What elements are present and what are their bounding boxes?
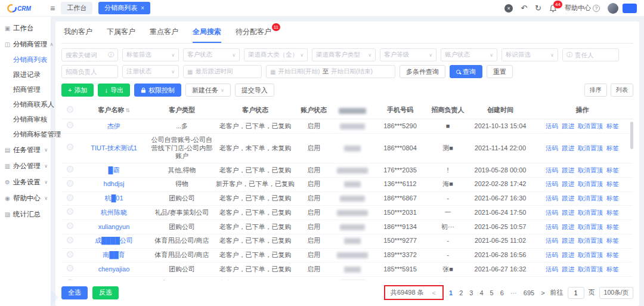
- customer-name-link[interactable]: 杭█01: [104, 194, 123, 202]
- sidebar-item-investment-mgmt[interactable]: 招商管理: [0, 82, 51, 97]
- sidebar-item-distributor-contacts[interactable]: 分销商联系人: [0, 97, 51, 112]
- op-live-code-link[interactable]: 活码: [546, 144, 558, 152]
- op-live-code-link[interactable]: 活码: [546, 209, 558, 216]
- op-follow-up-link[interactable]: 跟进: [562, 122, 574, 129]
- op-tag-link[interactable]: 标签: [606, 194, 619, 202]
- op-live-code-link[interactable]: 活码: [546, 180, 558, 187]
- row-checkbox[interactable]: [67, 180, 73, 187]
- select-all-button[interactable]: 全选: [61, 286, 88, 299]
- flag-filter-select[interactable]: 标识筛选 ∨: [501, 48, 558, 61]
- reset-button[interactable]: 重置: [487, 65, 513, 78]
- op-cancel-pin-link[interactable]: 取消置顶: [578, 223, 603, 230]
- pager-next[interactable]: >: [540, 289, 546, 296]
- op-follow-up-link[interactable]: 跟进: [562, 237, 574, 244]
- row-checkbox[interactable]: [67, 208, 73, 215]
- tab-my-customers[interactable]: 我的客户: [64, 27, 92, 43]
- select-all-checkbox[interactable]: [67, 106, 73, 113]
- op-cancel-pin-link[interactable]: 取消置顶: [578, 166, 603, 174]
- row-checkbox[interactable]: [67, 237, 73, 243]
- pager-page[interactable]: 6: [499, 289, 505, 296]
- tab-global-search[interactable]: 全局搜索: [193, 27, 221, 43]
- owner-field[interactable]: [575, 51, 615, 58]
- customer-status-select[interactable]: 客户状态 ∨: [183, 48, 240, 61]
- keyword-search-input[interactable]: ⓘ: [61, 48, 118, 61]
- query-button[interactable]: 查询: [450, 65, 482, 78]
- sidebar-item-distributor-tags[interactable]: 分销商标签管理: [0, 127, 51, 142]
- customer-name-link[interactable]: chenyajiao: [98, 265, 130, 273]
- pager-page[interactable]: 3: [468, 289, 474, 296]
- inverse-select-button[interactable]: 反选: [92, 286, 119, 299]
- sidebar-item-statistics[interactable]: ▨ 统计汇总: [0, 206, 51, 222]
- owner-input[interactable]: ⓘ: [562, 48, 619, 61]
- pager-prev[interactable]: <: [431, 289, 437, 296]
- op-follow-up-link[interactable]: 跟进: [562, 166, 574, 174]
- tab-unassigned-customers[interactable]: 待分配客户 11: [236, 27, 271, 43]
- op-follow-up-link[interactable]: 跟进: [562, 194, 574, 202]
- op-cancel-pin-link[interactable]: 取消置顶: [578, 194, 603, 202]
- op-cancel-pin-link[interactable]: 取消置顶: [578, 122, 603, 129]
- op-tag-link[interactable]: 标签: [606, 251, 619, 258]
- op-live-code-link[interactable]: 活码: [546, 265, 558, 273]
- op-tag-link[interactable]: 标签: [606, 144, 619, 152]
- permission-control-button[interactable]: 权限控制: [134, 84, 181, 97]
- op-tag-link[interactable]: 标签: [606, 223, 619, 230]
- op-live-code-link[interactable]: 活码: [546, 194, 558, 202]
- op-follow-up-link[interactable]: 跟进: [562, 144, 574, 152]
- tag-filter-select[interactable]: 标签筛选 ∨: [122, 48, 179, 61]
- window-tab-workbench[interactable]: 工作台: [61, 2, 92, 14]
- refresh-icon[interactable]: ↻: [535, 4, 541, 12]
- submit-import-button[interactable]: 提交导入: [235, 84, 274, 97]
- customer-name-link[interactable]: █霸: [109, 166, 120, 174]
- customer-name-link[interactable]: 杭州陈晓: [101, 209, 127, 216]
- customer-name-link[interactable]: 南██育: [103, 251, 125, 258]
- row-checkbox[interactable]: [67, 251, 73, 258]
- column-header[interactable]: 客户名称⇅: [78, 101, 150, 119]
- op-live-code-link[interactable]: 活码: [546, 237, 558, 244]
- channel-category-select[interactable]: 渠道商大类（全） ∨: [244, 48, 308, 61]
- sort-icon[interactable]: ⇅: [125, 107, 130, 113]
- notification-bell-icon[interactable]: 44: [549, 4, 557, 13]
- sidebar-item-task-mgmt[interactable]: ▤ 任务管理 ∨: [0, 142, 51, 158]
- sidebar-item-follow-records[interactable]: 跟进记录: [0, 67, 51, 82]
- row-checkbox[interactable]: [67, 144, 73, 150]
- op-cancel-pin-link[interactable]: 取消置顶: [578, 265, 603, 273]
- pager-page[interactable]: 695: [522, 289, 535, 296]
- customer-name-link[interactable]: xuliangyun: [98, 223, 130, 230]
- sidebar-item-distributor-review[interactable]: 分销商审核: [0, 112, 51, 127]
- new-task-button[interactable]: 新建任务 ∨: [185, 84, 231, 97]
- op-tag-link[interactable]: 标签: [606, 122, 619, 129]
- page-size-select[interactable]: 100条/页: [599, 287, 633, 299]
- sidebar-item-help-center[interactable]: ◉ 帮助中心 ∨: [0, 190, 51, 206]
- op-follow-up-link[interactable]: 跟进: [562, 209, 574, 216]
- op-cancel-pin-link[interactable]: 取消置顶: [578, 237, 603, 244]
- help-center-link[interactable]: 帮助中心 ?: [565, 4, 600, 13]
- op-cancel-pin-link[interactable]: 取消置顶: [578, 144, 603, 152]
- list-view-button[interactable]: 列表: [611, 84, 633, 97]
- op-cancel-pin-link[interactable]: 取消置顶: [578, 251, 603, 258]
- op-live-code-link[interactable]: 活码: [546, 122, 558, 129]
- export-button[interactable]: ↓ 导出: [98, 84, 130, 97]
- row-checkbox[interactable]: [67, 265, 73, 271]
- pager-page[interactable]: 2: [458, 289, 464, 296]
- close-tab-icon[interactable]: ×: [141, 5, 144, 11]
- sidebar-item-distributor-list[interactable]: 分销商列表: [0, 52, 51, 67]
- customer-name-link[interactable]: 成████公司: [95, 237, 133, 244]
- last-follow-date-picker[interactable]: ▦ 最后跟进时间: [183, 65, 262, 78]
- op-live-code-link[interactable]: 活码: [546, 223, 558, 230]
- sidebar-item-workbench[interactable]: ▣ 工作台: [0, 20, 51, 36]
- vertical-scrollbar[interactable]: [630, 122, 633, 149]
- op-tag-link[interactable]: 标签: [606, 237, 619, 244]
- op-tag-link[interactable]: 标签: [606, 166, 619, 174]
- user-panel-chip[interactable]: [623, 4, 637, 13]
- tab-subordinate-customers[interactable]: 下属客户: [107, 27, 135, 43]
- op-follow-up-link[interactable]: 跟进: [562, 251, 574, 258]
- row-checkbox[interactable]: [67, 194, 73, 201]
- op-cancel-pin-link[interactable]: 取消置顶: [578, 209, 603, 216]
- pager-page[interactable]: 1: [448, 289, 454, 296]
- sidebar-item-office-mgmt[interactable]: ▥ 办公管理 ∨: [0, 158, 51, 174]
- pager-page[interactable]: 5: [489, 289, 495, 296]
- add-button[interactable]: + 添加: [61, 84, 94, 97]
- search-input[interactable]: [66, 51, 106, 58]
- goto-page-input[interactable]: [568, 287, 584, 299]
- tab-key-customers[interactable]: 重点客户: [150, 27, 178, 43]
